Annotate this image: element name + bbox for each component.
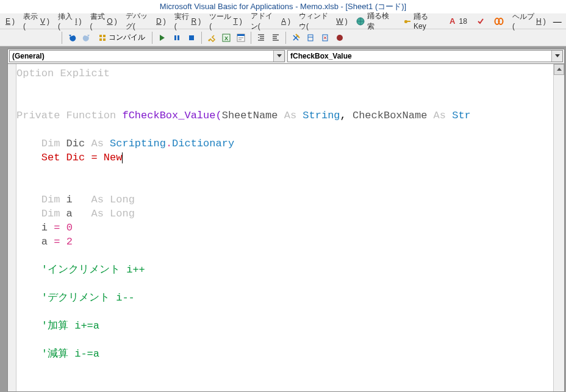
- menu-view[interactable]: 表示(V): [19, 10, 54, 32]
- menu-run[interactable]: 実行(R): [170, 10, 206, 32]
- menu-ext-search[interactable]: 踊る検索: [352, 9, 399, 34]
- menu-ext-key[interactable]: 踊るKey: [398, 10, 443, 32]
- object-dropdown[interactable]: (General): [9, 50, 285, 62]
- undo-button[interactable]: [65, 31, 79, 45]
- menu-insert[interactable]: 挿入(I): [54, 10, 86, 32]
- clear-button[interactable]: [289, 31, 303, 45]
- code-editor[interactable]: Option Explicit Private Function fCheckB…: [16, 64, 553, 391]
- svg-rect-10: [177, 35, 179, 40]
- svg-rect-9: [174, 35, 176, 40]
- chevron-down-icon: [551, 51, 562, 62]
- minimize-button[interactable]: —: [550, 16, 565, 26]
- bookmark-clear-button[interactable]: [318, 31, 332, 45]
- form-button[interactable]: [234, 31, 248, 45]
- svg-rect-5: [99, 35, 102, 37]
- text-cursor: [122, 152, 123, 163]
- workspace: (General) fCheckBox_Value Option Explici…: [0, 46, 566, 392]
- menu-edit-partial[interactable]: E): [1, 15, 19, 27]
- svg-point-12: [209, 39, 210, 41]
- svg-rect-8: [103, 38, 106, 41]
- chevron-down-icon: [273, 51, 284, 62]
- indent-button[interactable]: [254, 31, 268, 45]
- svg-rect-16: [237, 34, 245, 36]
- excel-button[interactable]: X: [220, 31, 233, 45]
- svg-rect-2: [407, 21, 410, 22]
- svg-text:X: X: [224, 35, 228, 41]
- menu-debug[interactable]: デバッグ(D): [121, 9, 170, 34]
- svg-rect-18: [238, 39, 242, 40]
- scroll-up-button[interactable]: [554, 64, 564, 75]
- code-window: (General) fCheckBox_Value Option Explici…: [7, 49, 565, 392]
- svg-rect-19: [308, 35, 313, 41]
- compile-button[interactable]: コンパイル: [95, 31, 149, 45]
- menu-addins[interactable]: アドイン(A): [246, 9, 295, 34]
- run-button[interactable]: [156, 31, 169, 45]
- link-icon: [494, 16, 504, 26]
- globe-icon: [356, 16, 365, 26]
- stop-button[interactable]: [185, 31, 198, 45]
- font-icon: A: [448, 16, 457, 26]
- outdent-button[interactable]: [269, 31, 282, 45]
- breakpoint-button[interactable]: [333, 31, 346, 45]
- svg-rect-17: [238, 37, 243, 38]
- svg-rect-6: [103, 35, 106, 37]
- key-icon: [403, 16, 412, 26]
- design-mode-button[interactable]: [205, 31, 218, 45]
- dropdown-row: (General) fCheckBox_Value: [8, 49, 564, 64]
- svg-point-21: [337, 35, 343, 41]
- code-gutter: [8, 64, 16, 391]
- pause-button[interactable]: [170, 31, 184, 45]
- menu-format[interactable]: 書式(O): [86, 10, 121, 32]
- menu-ext-check[interactable]: [471, 15, 490, 28]
- compile-icon: [98, 34, 107, 42]
- menu-ext-font[interactable]: A 18: [443, 15, 471, 28]
- bookmark-button[interactable]: [304, 31, 317, 45]
- code-container: Option Explicit Private Function fCheckB…: [8, 64, 564, 391]
- menu-tools[interactable]: ツール(T): [205, 10, 246, 32]
- svg-rect-11: [189, 35, 194, 40]
- vertical-scrollbar[interactable]: [553, 64, 564, 391]
- menu-bar: E) 表示(V) 挿入(I) 書式(O) デバッグ(D) 実行(R) ツール(T…: [0, 13, 566, 29]
- redo-button[interactable]: [80, 31, 93, 45]
- svg-rect-7: [99, 38, 102, 41]
- procedure-dropdown[interactable]: fCheckBox_Value: [287, 50, 563, 62]
- menu-help[interactable]: ヘルプ(H): [508, 10, 550, 32]
- menu-ext-link[interactable]: [490, 15, 508, 28]
- menu-window[interactable]: ウィンドウ(W): [295, 9, 352, 34]
- check-icon: [476, 16, 485, 26]
